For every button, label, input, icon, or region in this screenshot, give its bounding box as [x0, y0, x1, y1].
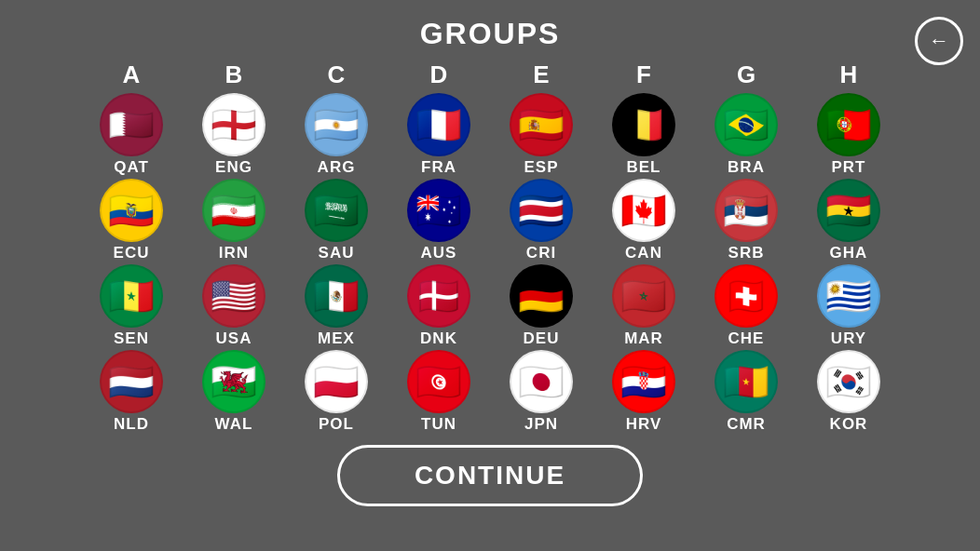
group-header-d: D — [388, 60, 490, 89]
team-cell-sau[interactable]: 🇸🇦SAU — [285, 179, 388, 262]
flag-cri: 🇨🇷 — [510, 179, 573, 242]
team-cell-pol[interactable]: 🇵🇱POL — [285, 350, 388, 434]
team-cell-bra[interactable]: 🇧🇷BRA — [695, 93, 797, 177]
flag-ecu: 🇪🇨 — [100, 179, 163, 242]
team-cell-arg[interactable]: 🇦🇷ARG — [285, 93, 388, 177]
team-code-gha: GHA — [830, 244, 868, 262]
back-button[interactable]: ← — [915, 17, 963, 65]
team-code-mex: MEX — [318, 329, 355, 348]
flag-pol: 🇵🇱 — [305, 350, 368, 413]
team-cell-wal[interactable]: 🏴󠁧󠁢󠁷󠁬󠁳󠁿WAL — [183, 350, 285, 434]
team-code-can: CAN — [625, 244, 662, 262]
flag-bel: 🇧🇪 — [612, 93, 675, 156]
flag-deu: 🇩🇪 — [510, 264, 573, 328]
team-cell-ecu[interactable]: 🇪🇨ECU — [80, 179, 183, 262]
group-header-e: E — [490, 60, 592, 89]
group-header-f: F — [592, 60, 695, 89]
flag-jpn: 🇯🇵 — [510, 350, 573, 413]
team-code-tun: TUN — [421, 415, 456, 434]
team-code-srb: SRB — [728, 244, 765, 262]
team-cell-aus[interactable]: 🇦🇺AUS — [388, 179, 490, 262]
team-cell-cri[interactable]: 🇨🇷CRI — [490, 179, 592, 262]
group-headers: ABCDEFGH — [80, 60, 900, 89]
team-cell-tun[interactable]: 🇹🇳TUN — [388, 350, 490, 434]
team-code-wal: WAL — [215, 415, 253, 434]
team-cell-cmr[interactable]: 🇨🇲CMR — [695, 350, 797, 434]
group-header-a: A — [80, 60, 183, 89]
flag-gha: 🇬🇭 — [817, 179, 880, 242]
team-code-aus: AUS — [421, 244, 457, 262]
back-icon: ← — [929, 29, 949, 53]
flag-cmr: 🇨🇲 — [715, 350, 778, 413]
grid-row-2: 🇸🇳SEN🇺🇸USA🇲🇽MEX🇩🇰DNK🇩🇪DEU🇲🇦MAR🇨🇭CHE🇺🇾URY — [80, 264, 900, 348]
team-cell-prt[interactable]: 🇵🇹PRT — [797, 93, 900, 177]
team-code-ury: URY — [831, 329, 866, 348]
continue-button[interactable]: CONTINUE — [337, 445, 643, 506]
flag-fra: 🇫🇷 — [407, 93, 470, 156]
team-code-deu: DEU — [524, 329, 560, 348]
group-header-h: H — [797, 60, 900, 89]
flag-sau: 🇸🇦 — [305, 179, 368, 242]
flag-esp: 🇪🇸 — [510, 93, 573, 156]
flag-arg: 🇦🇷 — [305, 93, 368, 156]
team-cell-jpn[interactable]: 🇯🇵JPN — [490, 350, 592, 434]
team-cell-mex[interactable]: 🇲🇽MEX — [285, 264, 388, 348]
team-code-jpn: JPN — [524, 415, 558, 434]
team-cell-irn[interactable]: 🇮🇷IRN — [183, 179, 285, 262]
team-code-fra: FRA — [421, 158, 456, 177]
grid-row-1: 🇪🇨ECU🇮🇷IRN🇸🇦SAU🇦🇺AUS🇨🇷CRI🇨🇦CAN🇷🇸SRB🇬🇭GHA — [80, 179, 900, 262]
team-cell-qat[interactable]: 🇶🇦QAT — [80, 93, 183, 177]
team-cell-srb[interactable]: 🇷🇸SRB — [695, 179, 797, 262]
flag-usa: 🇺🇸 — [202, 264, 265, 328]
flag-mex: 🇲🇽 — [305, 264, 368, 328]
flag-eng: 🏴󠁧󠁢󠁥󠁮󠁧󠁿 — [202, 93, 265, 156]
team-code-esp: ESP — [524, 158, 558, 177]
team-code-irn: IRN — [219, 244, 249, 262]
team-cell-gha[interactable]: 🇬🇭GHA — [797, 179, 900, 262]
flag-irn: 🇮🇷 — [202, 179, 265, 242]
team-cell-nld[interactable]: 🇳🇱NLD — [80, 350, 183, 434]
team-cell-usa[interactable]: 🇺🇸USA — [183, 264, 285, 348]
team-cell-kor[interactable]: 🇰🇷KOR — [797, 350, 900, 434]
flag-prt: 🇵🇹 — [817, 93, 880, 156]
groups-grid: 🇶🇦QAT🏴󠁧󠁢󠁥󠁮󠁧󠁿ENG🇦🇷ARG🇫🇷FRA🇪🇸ESP🇧🇪BEL🇧🇷BRA… — [80, 93, 900, 434]
grid-row-3: 🇳🇱NLD🏴󠁧󠁢󠁷󠁬󠁳󠁿WAL🇵🇱POL🇹🇳TUN🇯🇵JPN🇭🇷HRV🇨🇲CMR… — [80, 350, 900, 434]
team-code-che: CHE — [728, 329, 765, 348]
team-cell-mar[interactable]: 🇲🇦MAR — [592, 264, 695, 348]
team-code-cri: CRI — [526, 244, 556, 262]
team-cell-dnk[interactable]: 🇩🇰DNK — [388, 264, 490, 348]
flag-qat: 🇶🇦 — [100, 93, 163, 156]
team-cell-che[interactable]: 🇨🇭CHE — [695, 264, 797, 348]
team-code-nld: NLD — [114, 415, 149, 434]
flag-bra: 🇧🇷 — [715, 93, 778, 156]
team-cell-bel[interactable]: 🇧🇪BEL — [592, 93, 695, 177]
team-code-hrv: HRV — [626, 415, 662, 434]
team-code-arg: ARG — [318, 158, 356, 177]
team-code-bra: BRA — [728, 158, 765, 177]
team-code-usa: USA — [216, 329, 252, 348]
team-cell-can[interactable]: 🇨🇦CAN — [592, 179, 695, 262]
flag-mar: 🇲🇦 — [612, 264, 675, 328]
team-code-sau: SAU — [319, 244, 355, 262]
team-cell-ury[interactable]: 🇺🇾URY — [797, 264, 900, 348]
flag-tun: 🇹🇳 — [407, 350, 470, 413]
team-code-dnk: DNK — [420, 329, 457, 348]
team-code-sen: SEN — [114, 329, 149, 348]
team-cell-eng[interactable]: 🏴󠁧󠁢󠁥󠁮󠁧󠁿ENG — [183, 93, 285, 177]
team-code-pol: POL — [319, 415, 354, 434]
team-code-prt: PRT — [832, 158, 866, 177]
group-header-c: C — [285, 60, 388, 89]
team-cell-esp[interactable]: 🇪🇸ESP — [490, 93, 592, 177]
flag-can: 🇨🇦 — [612, 179, 675, 242]
team-cell-deu[interactable]: 🇩🇪DEU — [490, 264, 592, 348]
group-header-g: G — [695, 60, 797, 89]
flag-sen: 🇸🇳 — [100, 264, 163, 328]
team-cell-sen[interactable]: 🇸🇳SEN — [80, 264, 183, 348]
team-cell-fra[interactable]: 🇫🇷FRA — [388, 93, 490, 177]
page-title: GROUPS — [420, 17, 561, 51]
flag-che: 🇨🇭 — [715, 264, 778, 328]
team-code-eng: ENG — [215, 158, 252, 177]
team-cell-hrv[interactable]: 🇭🇷HRV — [592, 350, 695, 434]
team-code-mar: MAR — [624, 329, 663, 348]
flag-hrv: 🇭🇷 — [612, 350, 675, 413]
